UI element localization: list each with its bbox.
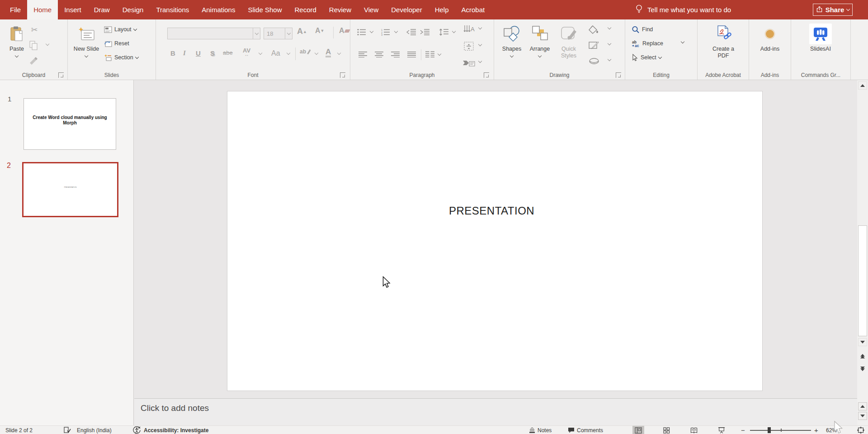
arrange-button[interactable]: Arrange	[527, 24, 553, 72]
shape-outline-chevron-icon[interactable]	[608, 42, 611, 45]
new-slide-button[interactable]: New Slide	[73, 24, 99, 72]
text-shadow-button[interactable]: S	[210, 49, 215, 57]
numbering-button[interactable]: 123	[381, 29, 390, 36]
fit-slide-to-window-button[interactable]	[854, 426, 867, 434]
replace-chevron-icon[interactable]	[681, 40, 684, 43]
text-direction-button[interactable]: A	[463, 25, 475, 34]
bullets-button[interactable]	[357, 29, 366, 36]
paste-button[interactable]: Paste	[4, 24, 30, 72]
comments-toggle-button[interactable]: Comments	[568, 426, 603, 434]
section-button[interactable]: Section	[104, 52, 138, 62]
next-slide-button[interactable]	[858, 363, 867, 374]
align-right-button[interactable]	[391, 51, 400, 57]
menu-tab-help[interactable]: Help	[429, 0, 455, 19]
notes-placeholder[interactable]: Click to add notes	[141, 403, 209, 413]
highlight-color-button[interactable]: ab	[300, 48, 311, 55]
find-button[interactable]: Find	[632, 24, 653, 34]
slide-number-indicator[interactable]: Slide 2 of 2	[5, 426, 33, 434]
slide-thumbnail-1[interactable]: Create Word cloud manually using Morph	[24, 98, 116, 150]
normal-view-button[interactable]	[632, 426, 644, 434]
zoom-level[interactable]: 62%	[826, 426, 837, 434]
text-direction-chevron-icon[interactable]	[478, 26, 482, 29]
accessibility-status[interactable]: Accessibility: Investigate	[144, 426, 208, 434]
grow-font-button[interactable]: A▲	[297, 27, 307, 36]
bullets-chevron-icon[interactable]	[370, 29, 373, 33]
strikethrough-button[interactable]: abe	[223, 49, 233, 56]
menu-tab-home[interactable]: Home	[27, 0, 58, 19]
align-left-button[interactable]	[359, 51, 367, 57]
replace-button[interactable]: abac Replace	[632, 38, 663, 48]
menu-tab-transitions[interactable]: Transitions	[150, 0, 195, 19]
font-size-combo[interactable]: 18	[264, 28, 292, 39]
menu-tab-record[interactable]: Record	[288, 0, 322, 19]
font-name-dropdown[interactable]	[253, 28, 260, 39]
share-button[interactable]: Share	[813, 4, 853, 16]
menu-tab-review[interactable]: Review	[323, 0, 358, 19]
notes-scroll-down-button[interactable]	[858, 412, 867, 420]
slideshow-view-button[interactable]	[716, 426, 727, 434]
font-color-chevron-icon[interactable]	[337, 51, 341, 55]
language-indicator[interactable]: English (India)	[77, 426, 112, 434]
menu-tab-draw[interactable]: Draw	[88, 0, 116, 19]
notes-pane[interactable]: Click to add notes	[134, 398, 857, 425]
align-center-button[interactable]	[375, 51, 383, 57]
addins-button[interactable]: Add-ins	[757, 24, 783, 72]
clear-formatting-button[interactable]: A	[339, 27, 349, 35]
clipboard-dialog-launcher[interactable]	[58, 72, 64, 78]
cut-button[interactable]: ✂	[28, 24, 41, 36]
slide-canvas[interactable]: PRESENTATION	[227, 91, 763, 391]
shape-fill-chevron-icon[interactable]	[608, 26, 611, 29]
columns-button[interactable]	[425, 51, 434, 58]
copy-chevron-icon[interactable]	[46, 42, 49, 46]
reset-button[interactable]: Reset	[104, 38, 129, 48]
increase-indent-button[interactable]	[420, 29, 430, 36]
shapes-button[interactable]: Shapes	[499, 24, 525, 72]
decrease-indent-button[interactable]	[406, 29, 416, 36]
slidesai-button[interactable]: SlidesAI	[807, 24, 834, 72]
create-pdf-button[interactable]: Create a PDF	[710, 24, 736, 72]
menu-tab-acrobat[interactable]: Acrobat	[455, 0, 491, 19]
shape-effects-button[interactable]	[588, 57, 600, 66]
underline-button[interactable]: U	[196, 49, 201, 57]
italic-button[interactable]: I	[183, 49, 186, 57]
slide-thumbnail-2[interactable]: PRESENTATION	[22, 162, 118, 217]
font-color-button[interactable]: A	[326, 48, 331, 57]
menu-tab-animations[interactable]: Animations	[195, 0, 241, 19]
font-name-combo[interactable]	[167, 28, 260, 39]
notes-toggle-button[interactable]: Notes	[529, 426, 552, 434]
shrink-font-button[interactable]: A▼	[315, 27, 324, 35]
font-dialog-launcher[interactable]	[340, 72, 345, 78]
shape-outline-button[interactable]	[588, 41, 599, 50]
columns-chevron-icon[interactable]	[438, 52, 441, 56]
shape-effects-chevron-icon[interactable]	[608, 57, 611, 61]
zoom-out-button[interactable]: −	[741, 426, 745, 434]
convert-smartart-chevron-icon[interactable]	[478, 59, 482, 63]
scroll-down-button[interactable]	[858, 338, 867, 346]
align-text-button[interactable]	[463, 41, 474, 51]
scrollbar-thumb[interactable]	[858, 225, 867, 336]
scroll-up-button[interactable]	[858, 81, 867, 90]
bold-button[interactable]: B	[170, 49, 175, 57]
menu-tab-file[interactable]: File	[4, 0, 27, 19]
previous-slide-button[interactable]	[858, 351, 867, 362]
numbering-chevron-icon[interactable]	[394, 29, 398, 33]
select-button[interactable]: Select	[632, 52, 661, 62]
change-case-chevron-icon[interactable]	[287, 51, 290, 55]
quick-styles-button[interactable]: Quick Styles	[555, 24, 583, 72]
menu-tab-insert[interactable]: Insert	[58, 0, 88, 19]
layout-button[interactable]: Layout	[104, 24, 137, 34]
menu-tab-slide-show[interactable]: Slide Show	[241, 0, 288, 19]
character-spacing-button[interactable]: AV↔	[243, 48, 250, 57]
tell-me-box[interactable]: Tell me what you want to do	[635, 0, 731, 19]
spell-check-icon[interactable]	[64, 426, 71, 434]
notes-scroll-up-button[interactable]	[858, 402, 867, 410]
paragraph-dialog-launcher[interactable]	[484, 72, 489, 78]
shape-fill-button[interactable]	[588, 25, 599, 34]
convert-smartart-button[interactable]	[462, 58, 475, 68]
menu-tab-developer[interactable]: Developer	[385, 0, 428, 19]
slide-sorter-view-button[interactable]	[660, 426, 672, 434]
slide-title-text[interactable]: PRESENTATION	[449, 205, 534, 217]
reading-view-button[interactable]	[688, 426, 700, 434]
align-text-chevron-icon[interactable]	[478, 43, 482, 46]
justify-button[interactable]	[407, 51, 416, 57]
